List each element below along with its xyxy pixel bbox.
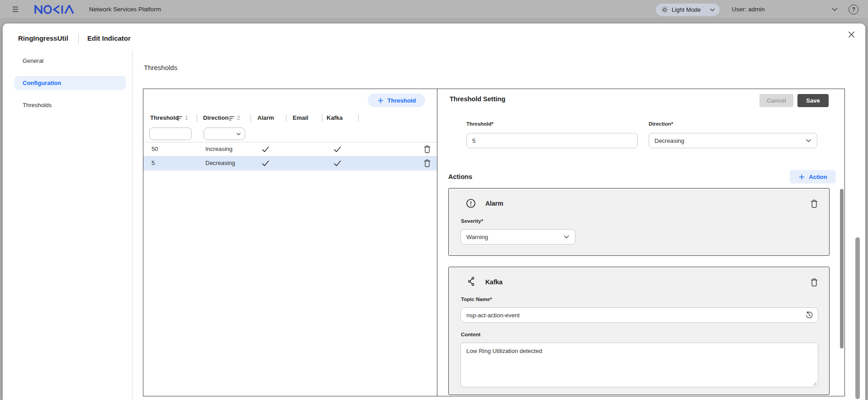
threshold-field-label: Threshold* [466, 121, 493, 127]
threshold-setting-panel: Threshold Setting Cancel Save Threshold*… [437, 89, 845, 396]
add-action-button[interactable]: Action [790, 170, 836, 184]
sort-order-badge: 1 [185, 111, 188, 125]
chevron-down-icon [806, 139, 811, 143]
help-icon[interactable]: ? [849, 5, 859, 14]
resize-handle[interactable] [813, 382, 817, 386]
direction-filter-select[interactable] [204, 127, 245, 140]
page-title: Edit Indicator [87, 34, 131, 42]
column-header-kafka[interactable]: Kafka [327, 111, 342, 125]
sidebar-item-thresholds[interactable]: Thresholds [14, 98, 126, 112]
severity-field-label: Severity* [461, 218, 483, 224]
dialog-scrollbar[interactable] [855, 237, 860, 399]
threshold-filter-input[interactable] [149, 127, 192, 140]
sort-icon[interactable] [177, 115, 183, 121]
user-label: User: admin [732, 0, 765, 19]
sidebar-item-configuration[interactable]: Configuration [14, 76, 126, 90]
add-threshold-button[interactable]: Threshold [368, 94, 425, 107]
actions-title: Actions [448, 173, 472, 180]
sidebar-divider [132, 50, 133, 400]
topic-field-label: Topic Name* [461, 296, 492, 302]
theme-label: Light Mode [672, 6, 701, 13]
cell-direction: Increasing [205, 142, 232, 156]
cancel-button[interactable]: Cancel [759, 94, 793, 107]
hamburger-menu-icon[interactable] [12, 6, 19, 13]
content-textarea-wrap: Low Ring Utilization detected [460, 343, 818, 387]
column-header-alarm[interactable]: Alarm [257, 111, 274, 125]
user-menu-chevron-icon[interactable] [831, 7, 838, 12]
card-title: Kafka [485, 278, 503, 286]
sun-icon [661, 6, 669, 14]
check-icon [261, 146, 270, 152]
direction-field-label: Direction* [649, 121, 673, 127]
close-icon[interactable] [846, 29, 857, 40]
delete-action-icon[interactable] [810, 198, 819, 208]
check-icon [261, 160, 270, 166]
alarm-action-card: Alarm Severity* Warning [448, 188, 830, 256]
sort-order-badge: 2 [237, 111, 240, 125]
chevron-down-icon [710, 8, 715, 12]
direction-select[interactable]: Decreasing [649, 133, 817, 148]
content-textarea[interactable]: Low Ring Utilization detected [460, 343, 818, 387]
nokia-logo [34, 5, 74, 14]
column-header-email[interactable]: Email [293, 111, 308, 125]
delete-row-icon[interactable] [423, 145, 431, 154]
cell-direction: Decreasing [205, 156, 235, 170]
delete-row-icon[interactable] [423, 159, 431, 168]
chevron-down-icon [236, 132, 241, 136]
kafka-action-card: Kafka Topic Name* Content Low Ring Utili… [448, 267, 830, 395]
theme-switcher[interactable]: Light Mode [656, 4, 720, 16]
table-row-selected[interactable]: 5 Decreasing [143, 156, 437, 170]
plus-icon [798, 174, 805, 180]
check-icon [333, 146, 342, 152]
check-icon [333, 160, 342, 166]
edit-indicator-dialog: RingIngressUtil Edit Indicator General C… [3, 24, 865, 400]
app-title: Network Services Platform [89, 0, 161, 19]
threshold-input[interactable] [466, 133, 638, 148]
section-title: Thresholds [144, 64, 177, 71]
panel-scrollbar[interactable] [840, 189, 844, 348]
cell-threshold: 50 [152, 142, 158, 156]
thresholds-table: Threshold Threshold 1 Direction 2 Alarm … [143, 89, 437, 396]
panel-title: Threshold Setting [450, 95, 505, 103]
column-header-direction[interactable]: Direction [203, 111, 228, 125]
alarm-icon [466, 198, 476, 208]
kafka-icon [467, 277, 475, 286]
save-button[interactable]: Save [797, 94, 829, 107]
severity-select[interactable]: Warning [460, 229, 575, 245]
column-header-threshold[interactable]: Threshold [150, 111, 179, 125]
plus-icon [377, 97, 384, 104]
sidebar-item-general[interactable]: General [14, 54, 126, 68]
delete-action-icon[interactable] [810, 277, 819, 287]
content-field-label: Content [461, 332, 480, 337]
card-title: Alarm [485, 200, 503, 207]
cell-threshold: 5 [152, 156, 155, 170]
header-divider [78, 34, 79, 44]
table-row[interactable]: 50 Increasing [143, 142, 437, 156]
breadcrumb: RingIngressUtil [18, 34, 68, 42]
chevron-down-icon [564, 235, 569, 239]
topic-name-input[interactable] [460, 307, 818, 323]
restore-default-icon[interactable] [805, 311, 813, 319]
sort-icon[interactable] [229, 115, 235, 121]
top-bar: Network Services Platform Light Mode Use… [0, 0, 868, 19]
